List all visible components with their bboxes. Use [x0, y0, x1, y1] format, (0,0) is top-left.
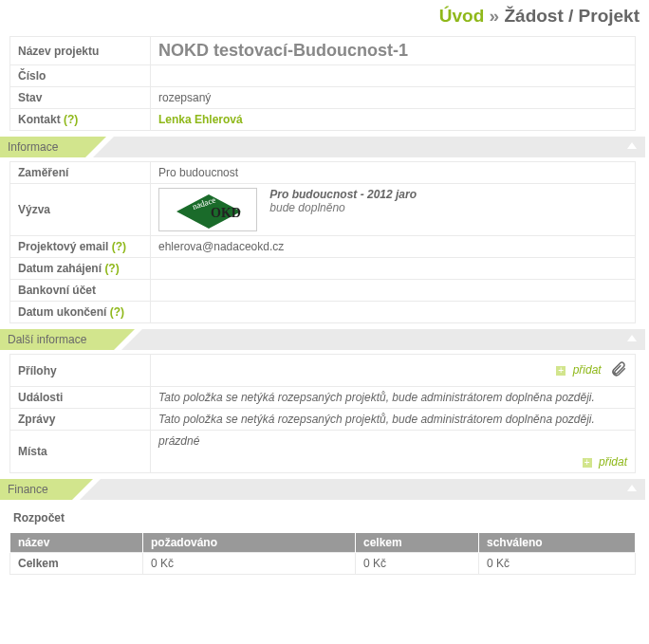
label-prilohy: Přílohy	[10, 355, 151, 387]
cell-row-label: Celkem	[10, 553, 143, 575]
value-end-date	[151, 302, 636, 323]
cell-approved: 0 Kč	[479, 553, 636, 575]
add-attachment-link[interactable]: přidat	[573, 363, 602, 377]
table-row: Celkem 0 Kč 0 Kč 0 Kč	[10, 553, 636, 575]
svg-text:OKD: OKD	[211, 206, 241, 220]
budget-heading: Rozpočet	[0, 504, 649, 532]
vyzva-title: Pro budoucnost - 2012 jaro	[269, 188, 417, 201]
msg-udalosti: Tato položka se netýká rozepsaných proje…	[158, 391, 595, 404]
value-project-number	[151, 65, 636, 87]
breadcrumb-home-link[interactable]: Úvod	[439, 6, 485, 26]
value-zamereni: Pro budoucnost	[151, 162, 636, 184]
label-project-email: Projektový email (?)	[10, 236, 151, 258]
value-project-state: rozepsaný	[151, 87, 636, 109]
label-zamereni: Zaměření	[10, 162, 151, 184]
col-requested: požadováno	[143, 533, 356, 553]
section-title-dalsi: Další informace	[0, 329, 114, 350]
plus-icon: +	[583, 458, 592, 468]
value-prilohy: + přidat	[151, 355, 636, 387]
info-table: Zaměření Pro budoucnost Výzva nadace OKD…	[9, 161, 636, 323]
contact-link[interactable]: Lenka Ehlerová	[158, 113, 243, 126]
label-bank-account: Bankovní účet	[10, 280, 151, 302]
label-project-contact: Kontakt (?)	[10, 109, 151, 131]
label-udalosti: Události	[10, 387, 151, 409]
breadcrumb-current: Žádost / Projekt	[504, 6, 640, 26]
label-start-date: Datum zahájení (?)	[10, 258, 151, 280]
table-header-row: název požadováno celkem schváleno	[10, 533, 636, 553]
project-title: NOKD testovací-Budoucnost-1	[158, 41, 408, 60]
section-title-finance: Finance	[0, 479, 72, 500]
breadcrumb: Úvod » Žádost / Projekt	[0, 0, 649, 36]
section-title-informace: Informace	[0, 137, 85, 157]
value-vyzva: nadace OKD Pro budoucnost - 2012 jaro bu…	[151, 184, 636, 236]
foundation-logo: nadace OKD	[158, 188, 257, 231]
msg-zpravy: Tato položka se netýká rozepsaných proje…	[158, 413, 595, 426]
col-approved: schváleno	[479, 533, 636, 553]
section-bar-finance: Finance	[0, 479, 645, 500]
col-name: název	[10, 533, 143, 553]
value-mista: prázdné + přidat	[151, 431, 636, 473]
collapse-icon[interactable]	[624, 332, 640, 347]
help-icon[interactable]: (?)	[110, 305, 124, 319]
value-project-email: ehlerova@nadaceokd.cz	[151, 236, 636, 258]
budget-table: název požadováno celkem schváleno Celkem…	[9, 532, 636, 575]
label-zpravy: Zprávy	[10, 409, 151, 431]
section-bar-dalsi: Další informace	[0, 329, 645, 350]
dalsi-table: Přílohy + přidat Události Tato položka s…	[9, 354, 636, 473]
project-header-table: Název projektu NOKD testovací-Budoucnost…	[9, 36, 636, 131]
label-mista: Místa	[10, 431, 151, 473]
value-start-date	[151, 258, 636, 280]
add-place-link[interactable]: přidat	[599, 455, 627, 469]
label-end-date: Datum ukončení (?)	[10, 302, 151, 323]
label-project-name: Název projektu	[10, 37, 151, 65]
mista-empty: prázdné	[158, 434, 199, 448]
collapse-icon[interactable]	[624, 139, 640, 155]
cell-total: 0 Kč	[356, 553, 479, 575]
breadcrumb-separator: »	[490, 6, 500, 26]
value-bank-account	[151, 280, 636, 302]
label-project-number: Číslo	[10, 65, 151, 87]
help-icon[interactable]: (?)	[64, 113, 78, 126]
vyzva-subtitle: bude doplněno	[269, 201, 417, 214]
help-icon[interactable]: (?)	[104, 262, 119, 275]
cell-requested: 0 Kč	[143, 553, 356, 575]
collapse-icon[interactable]	[624, 482, 640, 497]
col-total: celkem	[356, 533, 479, 553]
label-vyzva: Výzva	[10, 184, 151, 236]
plus-icon: +	[556, 366, 566, 376]
section-bar-informace: Informace	[0, 137, 645, 157]
help-icon[interactable]: (?)	[112, 240, 126, 253]
paperclip-icon[interactable]	[610, 360, 627, 380]
label-project-state: Stav	[10, 87, 151, 109]
